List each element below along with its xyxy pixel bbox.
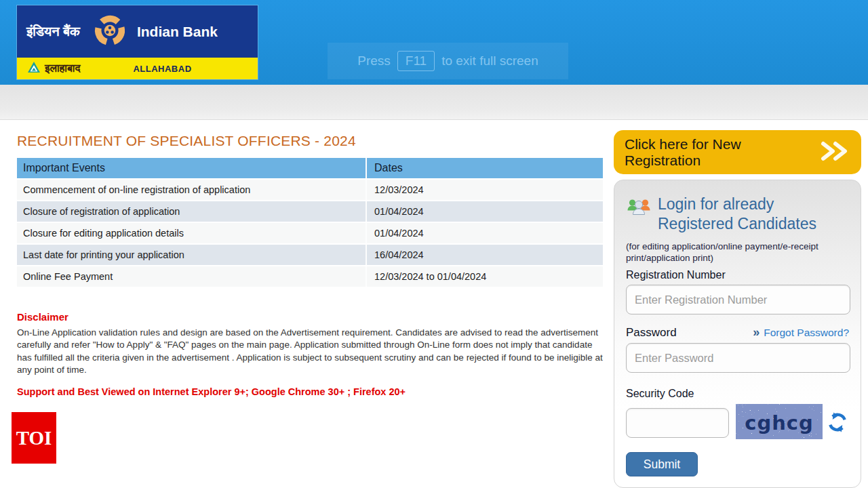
dates-column-header: Dates <box>367 158 603 178</box>
table-row: Commencement of on-line registration of … <box>17 180 603 201</box>
bank-banner: इंडियन बैंक Indian Bank <box>17 5 258 79</box>
event-cell: Online Fee Payment <box>17 266 367 287</box>
f11-key-badge: F11 <box>397 51 435 71</box>
date-cell: 01/04/2024 <box>367 201 603 222</box>
top-banner-background: इंडियन बैंक Indian Bank <box>0 0 868 85</box>
registration-number-label: Registration Number <box>626 269 849 281</box>
date-cell: 16/04/2024 <box>367 245 603 265</box>
fullscreen-hint-suffix: to exit full screen <box>441 54 538 68</box>
event-cell: Commencement of on-line registration of … <box>17 180 367 200</box>
login-title: Login for already Registered Candidates <box>658 195 816 234</box>
forgot-password-link[interactable]: » Forgot Password? <box>753 325 849 340</box>
disclaimer-title: Disclaimer <box>17 311 68 323</box>
toi-watermark: TOI <box>12 412 56 464</box>
table-row: Online Fee Payment 12/03/2024 to 01/04/2… <box>17 266 603 288</box>
event-cell: Closure of registration of application <box>17 201 367 222</box>
events-column-header: Important Events <box>17 158 367 178</box>
events-table-header-row: Important Events Dates <box>17 158 603 180</box>
page: इंडियन बैंक Indian Bank <box>0 0 868 488</box>
svg-text:cghcg: cghcg <box>745 411 814 434</box>
login-title-line2: Registered Candidates <box>658 214 816 234</box>
event-cell: Closure for editing application details <box>17 223 367 243</box>
fullscreen-exit-hint: Press F11 to exit full screen <box>328 43 568 79</box>
bank-name-english: Indian Bank <box>137 24 218 40</box>
important-events-table: Important Events Dates Commencement of o… <box>17 158 603 288</box>
table-row: Closure of registration of application 0… <box>17 201 603 223</box>
password-input[interactable] <box>626 343 850 373</box>
page-title: RECRUITMENT OF SPECIALIST OFFICERS - 202… <box>17 133 356 149</box>
login-title-line1: Login for already <box>658 195 816 214</box>
login-subtitle: (for editing application/online payment/… <box>626 241 850 264</box>
date-cell: 12/03/2024 <box>367 180 603 200</box>
disclaimer-body: On-Line Application validation rules and… <box>17 327 604 376</box>
refresh-icon <box>827 412 848 432</box>
table-row: Closure for editing application details … <box>17 223 603 245</box>
double-chevron-right-icon <box>819 140 849 164</box>
registered-candidates-people-icon <box>626 197 652 221</box>
login-panel: Login for already Registered Candidates … <box>614 180 861 488</box>
toi-watermark-label: TOI <box>16 427 52 449</box>
indian-bank-logo-icon <box>92 13 127 51</box>
captcha-image: cghcg <box>736 404 823 442</box>
event-cell: Last date for printing your application <box>17 245 367 265</box>
browser-support-note: Support and Best Viewed on Internet Expl… <box>17 386 406 397</box>
date-cell: 01/04/2024 <box>367 223 603 243</box>
new-registration-button[interactable]: Click here for New Registration <box>614 130 861 174</box>
security-code-input[interactable] <box>626 408 729 438</box>
submit-button[interactable]: Submit <box>626 452 698 476</box>
captcha-refresh-button[interactable] <box>827 412 848 434</box>
forgot-password-label: Forgot Password? <box>764 327 849 339</box>
date-cell: 12/03/2024 to 01/04/2024 <box>367 266 603 287</box>
registration-number-input[interactable] <box>626 285 850 314</box>
double-angle-icon: » <box>753 325 760 340</box>
password-label: Password <box>626 326 677 340</box>
allahabad-triangle-icon <box>28 62 40 75</box>
bank-banner-top: इंडियन बैंक Indian Bank <box>17 5 258 58</box>
bank-banner-bottom: इलाहाबाद ALLAHABAD <box>17 58 258 79</box>
new-registration-label: Click here for New Registration <box>625 136 819 169</box>
branch-name-english: ALLAHABAD <box>133 64 191 74</box>
security-code-label: Security Code <box>626 388 849 400</box>
table-row: Last date for printing your application … <box>17 245 603 266</box>
bank-name-hindi: इंडियन बैंक <box>26 24 80 39</box>
subheader-strip <box>0 85 868 120</box>
branch-name-hindi: इलाहाबाद <box>45 62 80 75</box>
fullscreen-hint-press: Press <box>357 54 391 68</box>
